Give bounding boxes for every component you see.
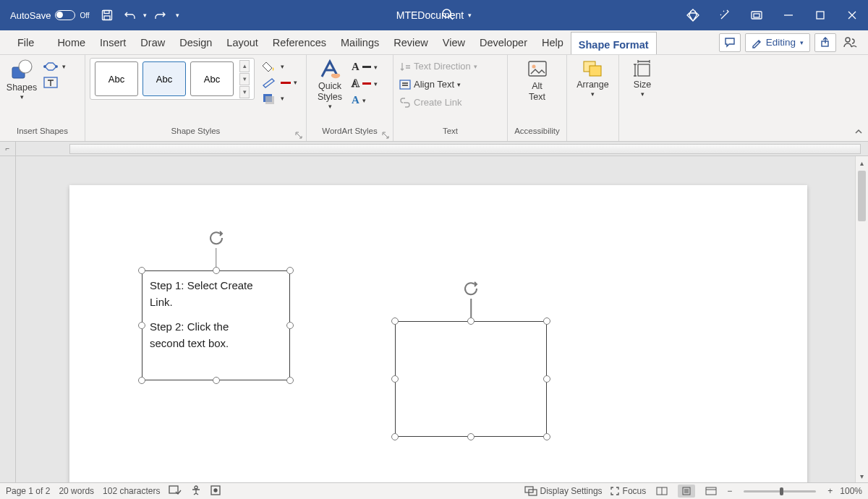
tab-view[interactable]: View bbox=[435, 30, 472, 54]
comments-button[interactable] bbox=[719, 33, 741, 52]
resize-handle[interactable] bbox=[543, 433, 550, 440]
share-button[interactable] bbox=[814, 33, 836, 52]
page-indicator[interactable]: Page 1 of 2 bbox=[6, 486, 50, 496]
text-box-button[interactable] bbox=[42, 75, 67, 90]
tab-file[interactable]: File bbox=[10, 30, 41, 54]
zoom-in[interactable]: + bbox=[827, 486, 833, 496]
redo-button[interactable] bbox=[150, 5, 170, 25]
shapes-button[interactable]: Shapes ▾ bbox=[4, 58, 39, 103]
edit-shape-button[interactable]: ▾ bbox=[42, 59, 67, 74]
shape-fill-button[interactable]: ▾ bbox=[260, 59, 299, 74]
save-icon[interactable] bbox=[97, 5, 117, 25]
resize-handle[interactable] bbox=[213, 377, 220, 384]
resize-handle[interactable] bbox=[286, 377, 294, 384]
rotate-handle[interactable] bbox=[207, 229, 226, 252]
collapse-ribbon-button[interactable] bbox=[854, 127, 864, 140]
arrange-button[interactable]: Arrange▾ bbox=[572, 58, 613, 100]
shape-effects-button[interactable]: ▾ bbox=[260, 91, 299, 106]
create-link-button: Create Link bbox=[398, 95, 479, 109]
focus-mode[interactable]: Focus bbox=[610, 486, 647, 496]
gallery-up[interactable]: ▴ bbox=[239, 60, 250, 72]
zoom-slider[interactable] bbox=[744, 490, 816, 492]
scroll-thumb[interactable] bbox=[858, 171, 866, 221]
vertical-ruler[interactable] bbox=[0, 156, 16, 482]
search-button[interactable] bbox=[441, 8, 454, 23]
display-settings[interactable]: Display Settings bbox=[524, 486, 603, 496]
print-layout-icon[interactable] bbox=[678, 485, 695, 498]
accessibility-check-icon[interactable] bbox=[190, 485, 202, 498]
zoom-out[interactable]: − bbox=[727, 486, 732, 496]
resize-handle[interactable] bbox=[286, 322, 294, 329]
tab-home[interactable]: Home bbox=[50, 30, 93, 54]
undo-menu-caret[interactable]: ▾ bbox=[143, 12, 147, 19]
style-preset-1[interactable]: Abc bbox=[95, 61, 138, 96]
text-fill-button[interactable]: A▾ bbox=[350, 59, 379, 74]
text-box-1[interactable]: Step 1: Select Create Link. Step 2: Clic… bbox=[142, 270, 290, 380]
autosave-toggle[interactable]: AutoSave Off bbox=[6, 10, 94, 21]
gallery-down[interactable]: ▾ bbox=[239, 73, 250, 85]
horizontal-ruler[interactable] bbox=[69, 144, 861, 154]
tab-draw[interactable]: Draw bbox=[133, 30, 172, 54]
resize-handle[interactable] bbox=[391, 375, 399, 383]
quick-styles-button[interactable]: Quick Styles▾ bbox=[311, 58, 349, 112]
dialog-launcher-icon[interactable] bbox=[294, 131, 303, 140]
resize-handle[interactable] bbox=[543, 375, 550, 383]
document-page[interactable]: Step 1: Select Create Link. Step 2: Clic… bbox=[69, 185, 807, 482]
vertical-scrollbar[interactable]: ▴ ▾ bbox=[855, 156, 868, 482]
tab-references[interactable]: References bbox=[265, 30, 333, 54]
tab-shape-format[interactable]: Shape Format bbox=[571, 32, 657, 54]
document-title[interactable]: MTEDocument ▾ bbox=[396, 9, 472, 21]
zoom-level[interactable]: 100% bbox=[840, 486, 862, 496]
align-text-button[interactable]: Align Text▾ bbox=[398, 77, 479, 91]
size-button[interactable]: Size▾ bbox=[629, 58, 656, 100]
scroll-down[interactable]: ▾ bbox=[856, 469, 868, 482]
text-box-2[interactable] bbox=[395, 321, 547, 437]
word-count[interactable]: 20 words bbox=[59, 486, 94, 496]
tab-insert[interactable]: Insert bbox=[93, 30, 133, 54]
resize-handle[interactable] bbox=[391, 317, 399, 325]
resize-handle[interactable] bbox=[138, 267, 145, 274]
tab-review[interactable]: Review bbox=[386, 30, 435, 54]
macro-record-icon[interactable] bbox=[210, 485, 221, 498]
maximize-button[interactable] bbox=[804, 0, 836, 30]
rotate-handle[interactable] bbox=[461, 280, 480, 303]
editing-mode-button[interactable]: Editing ▾ bbox=[745, 33, 810, 52]
web-layout-icon[interactable] bbox=[702, 485, 720, 498]
tab-help[interactable]: Help bbox=[535, 30, 571, 54]
shape-style-gallery[interactable]: Abc Abc Abc ▴ ▾ ▾ bbox=[90, 58, 255, 100]
qat-overflow[interactable]: ▾ bbox=[176, 12, 179, 19]
resize-handle[interactable] bbox=[391, 433, 399, 440]
svg-point-24 bbox=[195, 486, 197, 489]
scroll-up[interactable]: ▴ bbox=[856, 156, 868, 169]
tab-developer[interactable]: Developer bbox=[472, 30, 535, 54]
window-icon[interactable] bbox=[741, 0, 773, 30]
resize-handle[interactable] bbox=[286, 267, 294, 274]
dialog-launcher-icon[interactable] bbox=[381, 131, 390, 140]
minimize-button[interactable] bbox=[773, 0, 804, 30]
style-preset-3[interactable]: Abc bbox=[190, 61, 234, 96]
diamond-icon[interactable] bbox=[677, 0, 709, 30]
resize-handle[interactable] bbox=[138, 377, 145, 384]
tab-mailings[interactable]: Mailings bbox=[333, 30, 386, 54]
resize-handle[interactable] bbox=[543, 317, 550, 325]
resize-handle[interactable] bbox=[467, 433, 475, 440]
wand-icon[interactable] bbox=[709, 0, 741, 30]
alt-text-button[interactable]: Alt Text bbox=[522, 58, 553, 104]
shape-outline-button[interactable]: ▾ bbox=[260, 75, 299, 90]
text-effects-button[interactable]: A▾ bbox=[350, 93, 379, 108]
tab-selector[interactable]: ⌐ bbox=[0, 142, 16, 156]
tab-design[interactable]: Design bbox=[172, 30, 219, 54]
read-mode-icon[interactable] bbox=[653, 485, 671, 498]
text-outline-button[interactable]: A▾ bbox=[350, 76, 379, 91]
tab-layout[interactable]: Layout bbox=[219, 30, 265, 54]
spellcheck-icon[interactable] bbox=[169, 485, 182, 498]
resize-handle[interactable] bbox=[467, 317, 475, 325]
undo-button[interactable] bbox=[120, 5, 140, 25]
resize-handle[interactable] bbox=[138, 322, 145, 329]
resize-handle[interactable] bbox=[213, 267, 220, 274]
gallery-more[interactable]: ▾ bbox=[239, 86, 250, 98]
style-preset-2[interactable]: Abc bbox=[142, 61, 186, 96]
close-button[interactable] bbox=[836, 0, 868, 30]
char-count[interactable]: 102 characters bbox=[103, 486, 160, 496]
account-icon[interactable] bbox=[841, 35, 859, 50]
